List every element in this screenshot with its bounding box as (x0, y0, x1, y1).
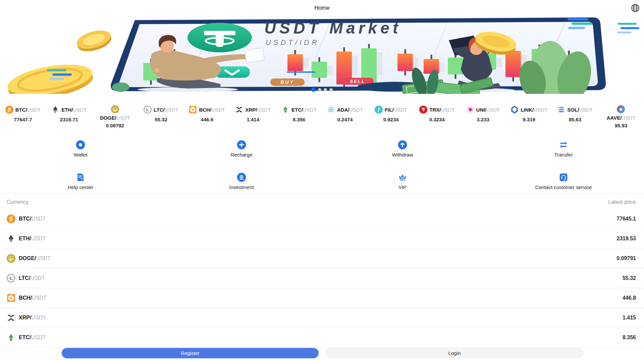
doge-icon (7, 254, 15, 263)
gold-coin-small (75, 27, 113, 55)
trx-icon (419, 106, 427, 114)
ticker-item-link[interactable]: LINK/USDT 9.319 (506, 105, 552, 131)
ticker-item-fil[interactable]: ƒ FIL/USDT 0.9234 (368, 105, 414, 131)
btc-icon: B (7, 215, 15, 223)
recharge-icon (237, 140, 246, 149)
ticker-pair: LTC/USDT (154, 107, 178, 113)
carousel-dot-2[interactable] (318, 88, 321, 92)
market-price: 2319.53 (616, 236, 636, 242)
market-row-btc[interactable]: B BTC/USDT 77645.1 (0, 209, 644, 229)
doge-icon (111, 105, 119, 113)
ticker-item-aave[interactable]: AAVE/USDT 95.93 (598, 105, 644, 131)
ticker-price: 3.233 (477, 117, 489, 122)
action-label: VIP (398, 184, 407, 190)
eth-icon (51, 106, 59, 114)
aave-icon (617, 105, 625, 113)
ticker-price: 0.3234 (429, 117, 445, 122)
transfer-icon (559, 140, 568, 149)
svg-text:vip: vip (400, 176, 405, 179)
ticker-item-bch[interactable]: B BCH/USDT 446.9 (184, 105, 230, 131)
action-help-center[interactable]: ? Help center (0, 173, 161, 193)
action-withdraw[interactable]: Withdraw (322, 140, 483, 161)
ticker-item-sol[interactable]: SOL/USDT 85.63 (552, 105, 598, 131)
market-row-etc[interactable]: ETC/USDT 8.356 (0, 328, 644, 348)
etc-icon (7, 333, 15, 342)
banner-carousel[interactable]: USDT Market USDT/IDR BUY SELL (0, 16, 644, 94)
carousel-dot-3[interactable] (324, 88, 327, 92)
market-price: 446.8 (623, 295, 636, 301)
market-price: 8.356 (623, 335, 636, 341)
buy-button-art: BUY (270, 78, 305, 86)
market-row-xrp[interactable]: XRP/USDT 1.415 (0, 308, 644, 328)
link-icon (511, 106, 519, 114)
fil-icon: ƒ (375, 106, 383, 114)
column-currency: Currency (7, 199, 29, 205)
ticker-pair: TRX/USDT (429, 107, 454, 113)
banner-subtitle: USDT/IDR (266, 38, 319, 47)
login-button[interactable]: Login (325, 348, 584, 358)
market-pair: XRP/USDT (19, 315, 46, 321)
ticker-item-uni[interactable]: UNI/USDT 3.233 (460, 105, 506, 131)
market-pair: LTC/USDT (19, 275, 45, 281)
xrp-icon (235, 106, 243, 114)
ticker-pair: UNI/USDT (476, 107, 500, 113)
action-recharge[interactable]: Recharge (161, 140, 322, 161)
bch-icon: B (7, 294, 15, 302)
ticker-price: 85.63 (569, 117, 582, 122)
carousel-dot-4[interactable] (329, 88, 333, 92)
svg-text:?: ? (80, 177, 83, 181)
carousel-dots (311, 87, 333, 92)
action-vip[interactable]: vip VIP (322, 173, 483, 193)
ticker-item-ada[interactable]: ADA/USDT 0.2474 (322, 105, 368, 131)
sol-icon (557, 106, 565, 114)
ticker-item-etc[interactable]: ETC/USDT 8.356 (276, 105, 322, 131)
action-wallet[interactable]: Wallet (0, 140, 161, 161)
ticker-item-doge[interactable]: DOGE/USDT 0.09792 (92, 105, 138, 131)
action-contact-customer-service[interactable]: Contact customer service (483, 173, 644, 193)
btc-icon: B (5, 106, 13, 114)
ticker-item-ltc[interactable]: Ł LTC/USDT 55.32 (138, 105, 184, 131)
ticker-pair: BCH/USDT (199, 107, 225, 113)
ticker-pair: FIL/USDT (385, 107, 408, 113)
action-label: Wallet (73, 152, 87, 158)
bch-icon: B (189, 106, 197, 114)
wallet-icon (76, 140, 85, 149)
customer-service-icon (559, 173, 568, 182)
ticker-pair: ETC/USDT (291, 107, 317, 113)
ticker-price: 77647.7 (14, 117, 32, 122)
ticker-item-trx[interactable]: TRX/USDT 0.3234 (414, 105, 460, 131)
market-row-bch[interactable]: B BCH/USDT 446.8 (0, 288, 644, 308)
globe-icon[interactable] (631, 3, 640, 13)
ticker-pair: SOL/USDT (567, 107, 593, 113)
market-row-ltc[interactable]: Ł LTC/USDT 55.32 (0, 268, 644, 288)
action-label: Contact customer service (535, 184, 592, 190)
action-label: Help center (68, 184, 94, 190)
ticker-price: 95.93 (615, 123, 628, 128)
ada-icon (327, 106, 335, 114)
ticker-price: 0.09792 (106, 123, 124, 128)
ticker-price: 9.319 (523, 117, 535, 122)
uni-icon (466, 106, 474, 114)
market-pair: BTC/USDT (19, 216, 46, 222)
banner-title: USDT Market (264, 19, 401, 37)
page-title: Home (314, 5, 329, 11)
action-investment[interactable]: Investment (161, 173, 322, 193)
ticker-pair: LINK/USDT (521, 107, 547, 113)
ticker-pair: ADA/USDT (337, 107, 363, 113)
register-button[interactable]: Register (62, 348, 319, 358)
ticker-item-eth[interactable]: ETH/USDT 2319.71 (46, 105, 92, 131)
market-row-eth[interactable]: ETH/USDT 2319.53 (0, 229, 644, 249)
tether-logo (187, 23, 252, 52)
svg-text:BUY: BUY (280, 79, 294, 85)
ticker-price: 55.32 (155, 117, 167, 122)
carousel-dot-1[interactable] (311, 87, 316, 92)
market-price: 55.32 (623, 275, 636, 281)
market-row-doge[interactable]: DOGE/USDT 0.09791 (0, 249, 644, 268)
ticker-item-xrp[interactable]: XRP/USDT 1.414 (230, 105, 276, 131)
column-latest-price: Latest price (608, 199, 636, 205)
action-transfer[interactable]: Transfer (483, 140, 644, 161)
ticker-item-btc[interactable]: B BTC/USDT 77647.7 (0, 105, 46, 131)
ticker-row: B BTC/USDT 77647.7 ETH/USDT 2319.71 DOGE… (0, 94, 644, 131)
top-bar: Home (0, 0, 644, 16)
ltc-icon: Ł (7, 274, 15, 283)
